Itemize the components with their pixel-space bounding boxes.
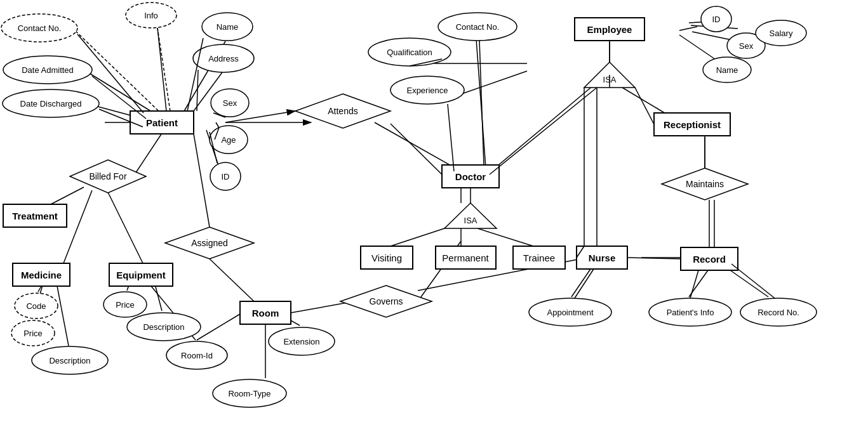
attr-emp-salary: Salary xyxy=(756,20,806,46)
line xyxy=(375,122,461,171)
line xyxy=(730,270,768,297)
svg-text:Maintains: Maintains xyxy=(686,179,724,189)
svg-text:Age: Age xyxy=(221,135,236,145)
entity-employee: Employee xyxy=(575,18,644,41)
line xyxy=(51,187,84,204)
entity-patient: Patient xyxy=(130,111,194,134)
line xyxy=(108,192,143,263)
attr-med-price: Price xyxy=(11,320,55,346)
line xyxy=(571,269,591,297)
attr-patient-name: Name xyxy=(202,13,253,41)
line xyxy=(575,269,594,298)
line xyxy=(391,124,442,174)
line xyxy=(476,39,486,176)
svg-text:Doctor: Doctor xyxy=(455,171,486,182)
svg-text:Extension: Extension xyxy=(283,337,319,346)
svg-text:Record No.: Record No. xyxy=(758,308,799,317)
isa-employee: ISA xyxy=(584,62,635,88)
attr-room-id: Room-Id xyxy=(166,341,227,369)
attr-patients-info: Patient's Info xyxy=(649,298,731,326)
entity-permanent: Permanent xyxy=(436,246,496,269)
line-emp-isa-rec xyxy=(635,88,654,124)
svg-text:Code: Code xyxy=(26,301,46,311)
svg-text:Treatment: Treatment xyxy=(12,211,58,221)
svg-text:Visiting: Visiting xyxy=(371,253,402,263)
attr-emp-name: Name xyxy=(703,57,751,82)
line xyxy=(187,38,203,111)
svg-text:ISA: ISA xyxy=(603,75,617,84)
attr-patient-age: Age xyxy=(210,126,248,154)
line xyxy=(448,104,454,171)
entity-record: Record xyxy=(681,247,738,270)
svg-text:Room-Type: Room-Type xyxy=(228,389,270,398)
svg-text:Nurse: Nurse xyxy=(589,253,616,263)
svg-text:Name: Name xyxy=(716,65,738,75)
entity-doctor: Doctor xyxy=(442,165,499,188)
svg-text:Trainee: Trainee xyxy=(523,253,555,263)
attr-appointment: Appointment xyxy=(529,298,611,326)
entity-room: Room xyxy=(240,301,291,324)
attr-equip-price: Price xyxy=(103,292,147,317)
attr-date-admitted: Date Admitted xyxy=(3,56,92,84)
line xyxy=(622,88,667,114)
svg-text:Experience: Experience xyxy=(406,86,448,95)
entity-equipment: Equipment xyxy=(109,263,173,286)
attr-date-discharged: Date Discharged xyxy=(3,89,99,117)
line xyxy=(63,190,92,263)
svg-text:ISA: ISA xyxy=(464,216,477,225)
line xyxy=(462,71,527,94)
svg-text:Attends: Attends xyxy=(328,106,357,116)
attr-doc-contact: Contact No. xyxy=(438,13,517,41)
svg-text:Date Discharged: Date Discharged xyxy=(20,99,82,108)
attr-med-desc: Description xyxy=(32,346,108,374)
svg-text:Employee: Employee xyxy=(587,24,632,35)
svg-text:Permanent: Permanent xyxy=(442,253,489,263)
attr-patient-info: Info xyxy=(126,3,177,28)
svg-text:Equipment: Equipment xyxy=(116,270,166,280)
attr-patient-contact: Contact No. xyxy=(1,14,77,42)
svg-text:ID: ID xyxy=(712,15,721,24)
attr-patient-sex: Sex xyxy=(211,89,249,117)
rel-billed-for: Billed For xyxy=(70,160,146,193)
line xyxy=(479,41,484,165)
entity-medicine: Medicine xyxy=(13,263,70,286)
line xyxy=(157,28,170,111)
line xyxy=(731,264,775,298)
svg-text:Patient's Info: Patient's Info xyxy=(667,308,714,317)
attr-patient-address: Address xyxy=(193,44,254,72)
line xyxy=(57,286,69,346)
isa-doctor: ISA xyxy=(444,203,497,228)
rel-maintains: Maintains xyxy=(662,168,748,200)
svg-text:Sex: Sex xyxy=(223,98,237,108)
svg-text:Description: Description xyxy=(49,356,90,365)
svg-text:Record: Record xyxy=(693,254,726,265)
attr-qualification: Qualification xyxy=(368,38,451,66)
line xyxy=(194,134,210,227)
attr-equip-desc: Description xyxy=(127,313,201,341)
er-diagram: Patient Employee Treatment Medicine Equi… xyxy=(0,0,868,446)
attr-room-extension: Extension xyxy=(269,327,335,355)
line xyxy=(157,28,166,111)
line-emp-isa-doc xyxy=(490,88,597,174)
svg-text:Price: Price xyxy=(23,329,43,338)
svg-text:Sex: Sex xyxy=(739,41,754,51)
svg-text:ID: ID xyxy=(222,172,230,181)
attr-med-code: Code xyxy=(15,293,58,318)
svg-text:Receptionist: Receptionist xyxy=(664,119,721,130)
entity-treatment: Treatment xyxy=(3,204,67,227)
svg-text:Info: Info xyxy=(144,11,158,20)
svg-text:Room-Id: Room-Id xyxy=(181,351,213,360)
line xyxy=(197,314,240,340)
svg-text:Billed For: Billed For xyxy=(89,171,126,181)
entity-trainee: Trainee xyxy=(513,246,565,269)
entity-receptionist: Receptionist xyxy=(654,113,730,136)
svg-text:Address: Address xyxy=(208,54,239,63)
attr-room-type: Room-Type xyxy=(213,379,286,407)
svg-text:Salary: Salary xyxy=(770,29,793,38)
svg-text:Assigned: Assigned xyxy=(191,238,228,248)
svg-text:Medicine: Medicine xyxy=(21,270,62,280)
line xyxy=(490,82,597,173)
line xyxy=(133,133,162,176)
svg-text:Patient: Patient xyxy=(146,117,178,128)
line xyxy=(477,228,533,246)
